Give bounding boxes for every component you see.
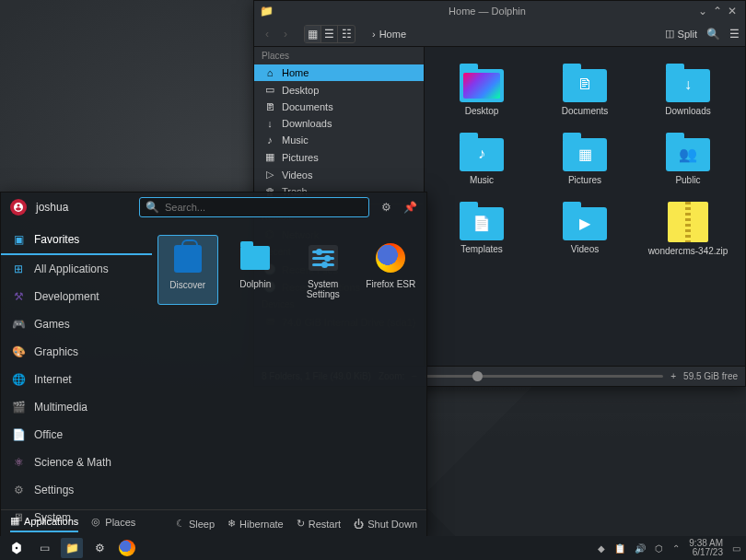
category-all-applications[interactable]: ⊞All Applications [1,255,152,283]
tab-places[interactable]: ◎ Places [91,516,135,531]
task-settings[interactable]: ⚙ [88,538,111,558]
file-templates[interactable]: 📄Templates [436,202,528,256]
category-development[interactable]: ⚒Development [1,283,152,310]
category-games[interactable]: 🎮Games [1,310,152,338]
category-settings[interactable]: ⚙Settings [1,476,152,504]
forward-button[interactable]: › [278,28,293,41]
dolphin-titlebar[interactable]: 📁 Home — Dolphin ⌄ ⌃ ✕ [254,1,745,21]
app-firefox-esr[interactable]: Firefox ESR [361,235,422,305]
zoom-in-button[interactable]: + [670,371,676,381]
minimize-button[interactable]: ⌄ [695,5,710,18]
filter-icon[interactable]: ⚙ [379,201,393,214]
detail-view-button[interactable]: ☷ [338,26,355,42]
search-icon: 🔍 [146,201,159,214]
file-desktop[interactable]: Desktop [436,64,528,116]
file-label: Pictures [568,175,601,185]
application-launcher: joshua 🔍 ⚙ 📌 ▣Favorites⊞All Applications… [0,192,427,538]
place-item-home[interactable]: ⌂Home [254,64,424,81]
app-dolphin[interactable]: Dolphin [226,235,286,305]
app-discover[interactable]: Discover [157,235,218,305]
close-button[interactable]: ✕ [725,5,740,18]
system-tray: ◆ 📋 🔊 ⬡ ⌃ 9:38 AM 6/17/23 ▭ [598,539,740,557]
file-label: Documents [562,106,609,116]
pin-icon[interactable]: 📌 [402,201,417,214]
file-pictures[interactable]: ▦Pictures [539,133,631,185]
file-wondercms-342-zip[interactable]: wondercms-342.zip [642,202,734,256]
compass-icon: ◎ [91,516,100,528]
back-button[interactable]: ‹ [260,28,274,41]
maximize-button[interactable]: ⌃ [710,5,725,18]
file-grid[interactable]: Desktop🖹Documents↓Downloads♪Music▦Pictur… [425,47,745,366]
file-documents[interactable]: 🖹Documents [539,64,631,116]
breadcrumb-home[interactable]: Home [379,29,406,40]
folder-icon [460,64,504,102]
restart-button[interactable]: ↻Restart [297,518,341,530]
hibernate-button[interactable]: ❄Hibernate [227,518,284,530]
place-icon: ▷ [263,169,276,181]
firefox-icon [376,243,405,273]
category-graphics[interactable]: 🎨Graphics [1,338,152,366]
tray-clipboard-icon[interactable]: 📋 [614,543,625,554]
bag-icon [174,245,202,273]
icon-view-button[interactable]: ▦ [305,26,321,42]
search-box[interactable]: 🔍 [139,197,369,217]
place-icon: 🖹 [263,101,276,112]
folder-icon: ♪ [460,133,504,171]
search-input[interactable] [165,202,363,213]
zoom-slider[interactable] [425,375,663,378]
taskbar: ▭ 📁 ⚙ ◆ 📋 🔊 ⬡ ⌃ 9:38 AM 6/17/23 ▭ [0,536,746,560]
user-avatar[interactable] [10,199,27,216]
clock[interactable]: 9:38 AM 6/17/23 [689,539,723,557]
category-internet[interactable]: 🌐Internet [1,366,152,393]
app-label: Firefox ESR [366,279,415,289]
file-downloads[interactable]: ↓Downloads [642,64,734,116]
file-public[interactable]: 👥Public [642,133,734,185]
file-videos[interactable]: ▶Videos [539,202,631,256]
split-button[interactable]: ◫ Split [665,28,697,40]
search-icon[interactable]: 🔍 [706,28,720,41]
file-music[interactable]: ♪Music [436,133,528,185]
tray-updates-icon[interactable]: ◆ [598,543,605,554]
folder-icon: 🖹 [563,64,607,102]
svg-point-0 [16,547,18,550]
tray-chevron-icon[interactable]: ⌃ [672,543,680,554]
category-office[interactable]: 📄Office [1,421,152,449]
task-desktop[interactable]: ▭ [33,538,55,558]
sleep-button[interactable]: ☾Sleep [176,518,215,530]
category-science-&-math[interactable]: ⚛Science & Math [1,449,152,476]
place-item-pictures[interactable]: ▦Pictures [254,148,424,166]
place-item-desktop[interactable]: ▭Desktop [254,81,424,99]
place-item-music[interactable]: ♪Music [254,132,424,148]
place-item-videos[interactable]: ▷Videos [254,166,424,183]
hamburger-menu-icon[interactable]: ☰ [729,28,740,41]
category-multimedia[interactable]: 🎬Multimedia [1,393,152,421]
place-item-downloads[interactable]: ↓Downloads [254,115,424,132]
shutdown-button[interactable]: ⏻Shut Down [354,519,417,530]
date: 6/17/23 [689,548,723,557]
power-icon: ⏻ [354,519,364,530]
place-icon: ♪ [263,134,276,146]
free-space: 59.5 GiB free [683,371,738,381]
breadcrumb[interactable]: › Home [372,29,406,40]
app-label: Discover [169,280,205,290]
task-firefox[interactable] [116,538,138,558]
app-system-settings[interactable]: System Settings [293,235,354,305]
folder-icon: 📁 [260,5,274,18]
place-item-documents[interactable]: 🖹Documents [254,99,424,115]
apps-grid: DiscoverDolphinSystem SettingsFirefox ES… [152,222,426,509]
show-desktop-button[interactable]: ▭ [732,543,740,554]
compact-view-button[interactable]: ☰ [321,26,338,42]
tab-applications[interactable]: ▦ Applications [10,515,78,532]
settings-icon [309,245,338,271]
tray-network-icon[interactable]: ⬡ [655,543,663,554]
launcher-button[interactable] [6,538,28,558]
task-dolphin[interactable]: 📁 [61,538,83,558]
fav-icon: ▣ [10,231,27,248]
split-icon: ◫ [665,28,674,40]
file-label: Music [470,175,494,185]
file-label: Public [675,175,700,185]
place-icon: ▭ [263,84,276,96]
dev-icon: ⚒ [10,288,27,305]
category-favorites[interactable]: ▣Favorites [1,226,152,255]
tray-volume-icon[interactable]: 🔊 [635,543,646,554]
